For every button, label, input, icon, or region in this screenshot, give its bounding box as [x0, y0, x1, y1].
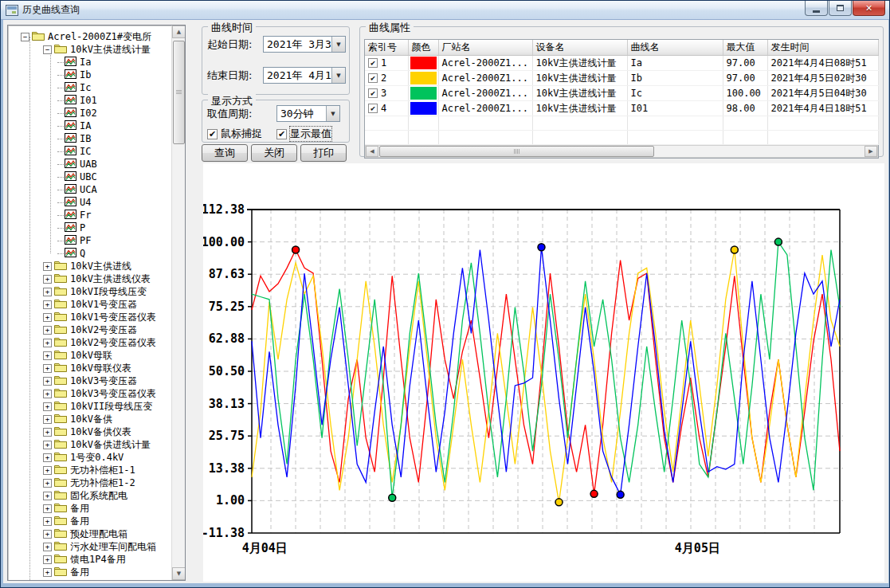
tree-item-curve[interactable]: IA: [8, 120, 91, 132]
tree-item-folder[interactable]: +10kV备供进线计量: [8, 438, 151, 451]
collapse-icon[interactable]: −: [43, 45, 52, 54]
expand-icon[interactable]: +: [43, 364, 52, 373]
expand-icon[interactable]: +: [43, 504, 52, 513]
tree-item-curve[interactable]: U4: [8, 196, 91, 209]
start-date-dropdown-button[interactable]: ▼: [331, 37, 345, 52]
tree-item-folder[interactable]: +10kV3号变压器仪表: [8, 387, 156, 400]
expand-icon[interactable]: +: [43, 402, 52, 411]
column-header[interactable]: 颜色: [408, 40, 438, 56]
expand-icon[interactable]: +: [43, 530, 52, 539]
tree-item-curve[interactable]: Fr: [8, 209, 91, 221]
expand-icon[interactable]: +: [43, 428, 52, 437]
row-checkbox[interactable]: ✔: [368, 104, 378, 113]
tree-item-folder[interactable]: +预处理配电箱: [8, 527, 127, 540]
table-row[interactable]: ✔1Acrel-2000Z1...10kV主供进线计量Ia97.002021年4…: [365, 56, 878, 71]
end-date-picker[interactable]: 2021年 4月14 ▼: [263, 67, 346, 84]
tree-item-folder[interactable]: +10kV母联: [8, 349, 112, 362]
tree-item-curve[interactable]: UCA: [8, 183, 97, 196]
show-extremes-label[interactable]: 显示最值: [290, 127, 331, 141]
expand-icon[interactable]: +: [43, 466, 52, 475]
column-header[interactable]: 发生时间: [767, 40, 878, 56]
tree-item-folder[interactable]: +污水处理车间配电箱: [8, 540, 156, 553]
tree-item-folder[interactable]: +无功补偿柜1-1: [8, 464, 135, 476]
tree-item-folder[interactable]: +馈电1P4备用: [8, 553, 126, 566]
expand-icon[interactable]: +: [43, 288, 52, 296]
tree-item-folder[interactable]: +10kV1号变压器仪表: [8, 311, 156, 323]
expand-icon[interactable]: +: [43, 390, 52, 398]
tree-item-folder[interactable]: +备用: [8, 502, 89, 515]
tree-item-folder[interactable]: +10kV主供进线仪表: [8, 272, 151, 285]
column-header[interactable]: 最大值: [723, 40, 767, 56]
expand-icon[interactable]: +: [43, 568, 52, 577]
column-header[interactable]: 设备名: [532, 40, 627, 56]
print-button[interactable]: 打印: [300, 144, 347, 162]
curve-table-hscrollbar[interactable]: ◀ ▶: [365, 145, 878, 158]
tree-item-folder[interactable]: +10kV备供: [8, 413, 112, 425]
expand-icon[interactable]: +: [43, 453, 52, 462]
column-header[interactable]: 厂站名: [438, 40, 532, 56]
start-date-picker[interactable]: 2021年 3月30 ▼: [263, 36, 346, 53]
tree-item-curve[interactable]: I02: [8, 107, 97, 120]
close-button[interactable]: ✕: [853, 1, 885, 16]
tree-item-group[interactable]: −10kV主供进线计量: [8, 43, 151, 56]
expand-icon[interactable]: +: [43, 339, 52, 347]
tree-item-curve[interactable]: Ib: [8, 69, 91, 81]
tree-item-curve[interactable]: UAB: [8, 158, 97, 171]
tree-item-root[interactable]: −Acrel-2000Z1#变电所: [8, 30, 151, 43]
tree-scrollbar-thumb[interactable]: [173, 41, 185, 144]
tree-item-curve[interactable]: P: [8, 221, 85, 234]
tree-item-folder[interactable]: +10kV3号变压器: [8, 374, 137, 387]
table-row[interactable]: ✔4Acrel-2000Z1...10kV主供进线计量I0198.002021年…: [365, 101, 878, 116]
tree-item-folder[interactable]: +10kVI段母线压变: [8, 285, 147, 298]
expand-icon[interactable]: +: [43, 517, 52, 526]
sample-period-select[interactable]: 30分钟 ▼: [276, 105, 340, 122]
scroll-right-button[interactable]: ▶: [865, 146, 877, 157]
show-extremes-checkbox[interactable]: ✔: [276, 129, 287, 139]
close-dialog-button[interactable]: 关闭: [251, 144, 297, 162]
tree-item-folder[interactable]: +固化系统配电: [8, 489, 127, 502]
expand-icon[interactable]: +: [43, 377, 52, 386]
tree-item-folder[interactable]: +10kV2号变压器仪表: [8, 336, 156, 349]
expand-icon[interactable]: +: [43, 351, 52, 360]
tree-item-folder[interactable]: +10kV备供仪表: [8, 425, 131, 438]
tree-item-curve[interactable]: PF: [8, 234, 91, 247]
tree-item-curve[interactable]: IC: [8, 145, 91, 158]
tree-item-curve[interactable]: Q: [8, 247, 85, 260]
expand-icon[interactable]: +: [43, 275, 52, 284]
tree-item-curve[interactable]: UBC: [8, 171, 97, 183]
query-button[interactable]: 查询: [202, 144, 248, 162]
restore-button[interactable]: [829, 1, 852, 16]
tree-item-folder[interactable]: +三效蒸发系统配电箱: [8, 578, 156, 580]
title-bar[interactable]: 历史曲线查询 ✕: [1, 1, 889, 20]
scroll-up-button[interactable]: ▲: [172, 25, 186, 38]
table-row[interactable]: ✔3Acrel-2000Z1...10kV主供进线计量Ic100.002021年…: [365, 86, 878, 101]
tree-item-folder[interactable]: +10kV主供进线: [8, 260, 131, 272]
expand-icon[interactable]: +: [43, 555, 52, 564]
tree-item-folder[interactable]: +备用: [8, 566, 89, 578]
table-row[interactable]: ✔2Acrel-2000Z1...10kV主供进线计量Ib97.002021年4…: [365, 71, 878, 86]
tree-item-curve[interactable]: Ia: [8, 56, 91, 69]
column-header[interactable]: 曲线名: [627, 40, 723, 56]
column-header[interactable]: 索引号: [365, 40, 408, 56]
row-checkbox[interactable]: ✔: [368, 73, 378, 83]
expand-icon[interactable]: +: [43, 300, 52, 309]
tree-vertical-scrollbar[interactable]: ▲ ▼: [171, 25, 185, 580]
expand-icon[interactable]: +: [43, 415, 52, 424]
tree-item-folder[interactable]: +10kV2号变压器: [8, 323, 137, 336]
mouse-capture-checkbox[interactable]: ✔: [207, 129, 218, 139]
expand-icon[interactable]: +: [43, 543, 52, 551]
tree-item-curve[interactable]: I01: [8, 94, 97, 107]
end-date-dropdown-button[interactable]: ▼: [331, 68, 345, 83]
hscrollbar-thumb[interactable]: [379, 146, 654, 157]
tree-item-curve[interactable]: IB: [8, 132, 91, 145]
tree-item-folder[interactable]: +无功补偿柜1-2: [8, 476, 135, 489]
expand-icon[interactable]: +: [43, 262, 52, 271]
tree-item-folder[interactable]: +10kV1号变压器: [8, 298, 137, 311]
expand-icon[interactable]: +: [43, 441, 52, 449]
expand-icon[interactable]: +: [43, 313, 52, 322]
sample-period-dropdown-button[interactable]: ▼: [326, 106, 339, 121]
tree-item-folder[interactable]: +1号变0.4kV: [8, 451, 124, 464]
scroll-down-button[interactable]: ▼: [172, 567, 186, 580]
row-checkbox[interactable]: ✔: [368, 88, 378, 98]
expand-icon[interactable]: +: [43, 326, 52, 335]
